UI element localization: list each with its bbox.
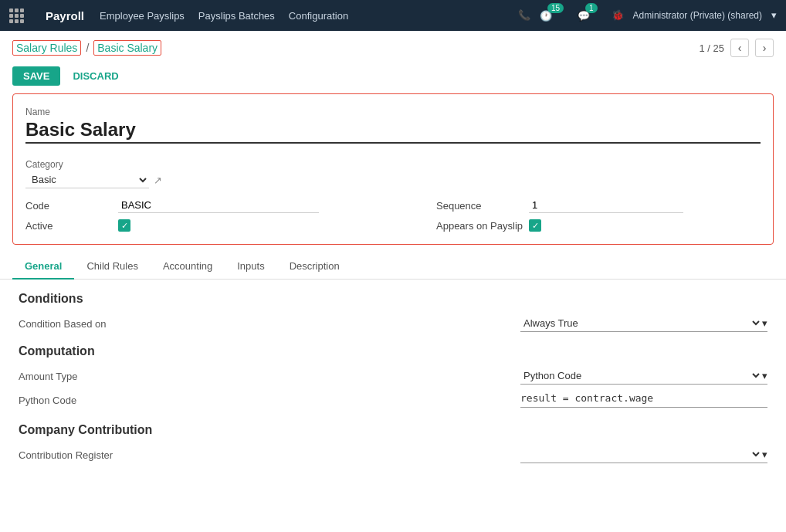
active-label: Active — [25, 220, 118, 232]
breadcrumb-current: Basic Salary — [93, 40, 161, 56]
fields-grid: Code Sequence Active ✓ Appears on Paysli… — [25, 198, 761, 232]
code-input[interactable] — [118, 198, 319, 213]
python-code-display: result = contract.wage — [520, 392, 767, 408]
category-select[interactable]: Basic Gross Net Deduction — [25, 171, 149, 188]
active-checkbox[interactable]: ✓ — [118, 219, 130, 232]
pager-prev-button[interactable]: ‹ — [730, 39, 749, 57]
action-bar: SAVE DISCARD — [0, 62, 786, 93]
category-label: Category — [25, 159, 761, 170]
name-label: Name — [25, 107, 761, 117]
discard-button[interactable]: DISCARD — [66, 66, 124, 86]
breadcrumb: Salary Rules / Basic Salary — [12, 40, 161, 56]
pager-display: 1 / 25 — [699, 42, 724, 54]
app-logo: Payroll — [46, 9, 84, 22]
breadcrumb-parent[interactable]: Salary Rules — [12, 40, 81, 56]
python-code-row: Python Code result = contract.wage — [19, 392, 767, 408]
topbar-icons: 📞 🕐15 💬1 🐞 Administrator (Private) (shar… — [518, 8, 777, 22]
topbar: Payroll Employee Payslips Payslips Batch… — [0, 0, 786, 31]
category-group: Category Basic Gross Net Deduction ↗ — [25, 159, 761, 188]
name-input[interactable] — [25, 119, 761, 144]
pager-next-button[interactable]: › — [755, 39, 774, 57]
chat-icon[interactable]: 💬1 — [578, 8, 602, 22]
nav-payslips-batches[interactable]: Payslips Batches — [198, 10, 275, 22]
tab-child-rules[interactable]: Child Rules — [74, 254, 150, 280]
contribution-register-select[interactable] — [520, 446, 762, 463]
computation-section-title: Computation — [19, 344, 767, 358]
python-code-value: result = contract.wage — [520, 392, 767, 408]
sequence-label: Sequence — [436, 200, 529, 212]
contribution-register-row: Contribution Register ▾ — [19, 446, 767, 463]
condition-based-on-row: Condition Based on Always True Range Pyt… — [19, 315, 767, 332]
condition-based-on-select[interactable]: Always True Range Python Expression — [520, 315, 762, 331]
breadcrumb-bar: Salary Rules / Basic Salary 1 / 25 ‹ › — [0, 31, 786, 62]
page-wrapper: Salary Rules / Basic Salary 1 / 25 ‹ › S… — [0, 31, 786, 532]
code-label: Code — [25, 200, 118, 212]
amount-type-select[interactable]: Fixed Amount Percentage (%) Python Code — [520, 368, 762, 384]
amount-type-row: Amount Type Fixed Amount Percentage (%) … — [19, 368, 767, 385]
top-nav: Employee Payslips Payslips Batches Confi… — [100, 10, 503, 22]
apps-icon[interactable] — [9, 8, 24, 23]
user-chevron-icon[interactable]: ▾ — [771, 9, 777, 21]
appears-on-payslip-checkbox[interactable]: ✓ — [529, 219, 541, 232]
amount-type-label: Amount Type — [19, 371, 173, 382]
condition-based-on-dropdown[interactable]: Always True Range Python Expression ▾ — [520, 315, 767, 332]
amount-type-dropdown[interactable]: Fixed Amount Percentage (%) Python Code … — [520, 368, 767, 385]
amount-type-value: Fixed Amount Percentage (%) Python Code … — [520, 368, 767, 385]
condition-based-on-value: Always True Range Python Expression ▾ — [520, 315, 767, 332]
category-select-row: Basic Gross Net Deduction ↗ — [25, 171, 761, 188]
nav-configuration[interactable]: Configuration — [289, 10, 348, 22]
general-tab-content: Conditions Condition Based on Always Tru… — [0, 280, 786, 476]
tab-description[interactable]: Description — [277, 254, 352, 280]
appears-on-payslip-label: Appears on Payslip — [436, 220, 529, 232]
clock-icon[interactable]: 🕐15 — [540, 8, 568, 22]
nav-employee-payslips[interactable]: Employee Payslips — [100, 10, 185, 22]
save-button[interactable]: SAVE — [12, 66, 60, 86]
tab-accounting[interactable]: Accounting — [151, 254, 225, 280]
conditions-section-title: Conditions — [19, 292, 767, 306]
amount-type-chevron-icon: ▾ — [762, 370, 767, 381]
contribution-register-dropdown[interactable]: ▾ — [520, 446, 767, 463]
category-external-link-icon[interactable]: ↗ — [154, 175, 162, 186]
contribution-register-label: Contribution Register — [19, 449, 173, 461]
tab-general[interactable]: General — [12, 254, 74, 280]
breadcrumb-separator: / — [86, 42, 89, 54]
pager: 1 / 25 ‹ › — [699, 39, 774, 57]
sequence-input[interactable] — [529, 198, 683, 213]
phone-icon[interactable]: 📞 — [518, 9, 530, 21]
form-card: Name Category Basic Gross Net Deduction … — [12, 93, 774, 245]
bug-icon[interactable]: 🐞 — [612, 9, 624, 21]
python-code-label: Python Code — [19, 395, 173, 406]
tab-inputs[interactable]: Inputs — [225, 254, 276, 280]
company-contribution-section-title: Company Contribution — [19, 423, 767, 437]
user-menu[interactable]: Administrator (Private) (shared) — [633, 10, 762, 21]
tabs: General Child Rules Accounting Inputs De… — [0, 254, 786, 280]
condition-chevron-icon: ▾ — [762, 317, 767, 329]
condition-based-on-label: Condition Based on — [19, 318, 173, 330]
contribution-chevron-icon: ▾ — [762, 449, 767, 460]
